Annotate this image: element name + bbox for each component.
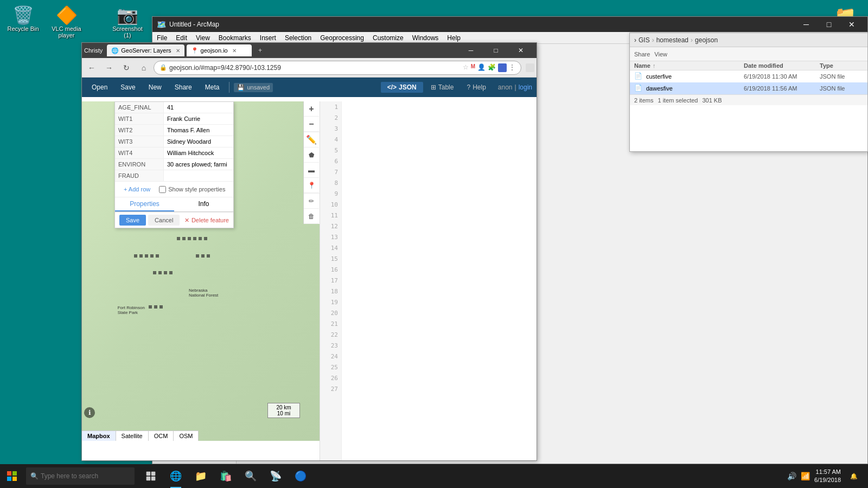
popup-val-wit2[interactable]: Thomas F. Allen (164, 125, 233, 136)
browser-tab-geoserver[interactable]: 🌐 GeoServer: Layers ✕ (107, 44, 184, 56)
show-style-checkbox[interactable] (159, 186, 166, 193)
popup-val-fraud[interactable] (164, 170, 233, 181)
fe-col-name-header[interactable]: Name ↑ (634, 62, 744, 69)
popup-val-wit4[interactable]: William Hitchcock (164, 147, 233, 158)
toolbar-new-btn[interactable]: New (143, 82, 167, 93)
fe-share-btn[interactable]: Share (634, 51, 650, 57)
menu-file[interactable]: File (152, 33, 171, 43)
zoom-out-btn[interactable]: − (304, 117, 319, 132)
browser-tab-geojson[interactable]: 📍 geojson.io ✕ (187, 44, 252, 56)
table-tab-btn[interactable]: ⊞ Table (425, 82, 459, 93)
arcmap-minimize-btn[interactable]: ─ (795, 17, 818, 32)
fe-path-homestead[interactable]: homestead (656, 36, 688, 44)
popup-cancel-btn[interactable]: Cancel (148, 215, 180, 226)
tile-osm-btn[interactable]: OSM (174, 431, 199, 441)
reload-btn[interactable]: ↻ (119, 60, 134, 75)
menu-insert[interactable]: Insert (256, 33, 280, 43)
delete-feature-tool[interactable]: 🗑 (304, 209, 319, 224)
browser-minimize-btn[interactable]: ─ (459, 43, 482, 58)
blue-icon[interactable] (498, 63, 507, 72)
place-marker-tool[interactable]: 📍 (304, 178, 319, 193)
home-btn[interactable]: ⌂ (136, 60, 151, 75)
popup-tab-info[interactable]: Info (174, 197, 233, 211)
taskbar-app-chrome[interactable]: 🌐 (164, 464, 188, 488)
taskbar-app-search-web[interactable]: 🔍 (239, 464, 263, 488)
taskbar-app-taskview[interactable] (139, 464, 163, 488)
draw-polygon-tool[interactable]: ⬟ (304, 147, 319, 163)
gmail-icon[interactable]: M (471, 63, 475, 72)
search-input[interactable] (41, 472, 122, 480)
arcmap-close-btn[interactable]: ✕ (840, 17, 863, 32)
popup-val-wit1[interactable]: Frank Currie (164, 113, 233, 124)
tile-satellite-btn[interactable]: Satellite (116, 431, 149, 441)
taskbar-app-filezilla[interactable]: 📡 (264, 464, 288, 488)
menu-customize[interactable]: Customize (368, 33, 408, 43)
add-row-btn[interactable]: + Add row (119, 184, 155, 195)
geoserver-tab-close[interactable]: ✕ (176, 48, 180, 54)
geojson-tab-close[interactable]: ✕ (232, 48, 237, 54)
popup-tab-properties[interactable]: Properties (115, 197, 174, 211)
map-area[interactable]: Oglala Fort RobinsonState Park NebraskaN… (82, 101, 320, 441)
tile-mapbox-btn[interactable]: Mapbox (82, 431, 116, 441)
fe-row-dawesfive[interactable]: 📄 dawesfive 6/19/2018 11:56 AM JSON file (630, 82, 867, 94)
map-info-btn[interactable]: ℹ (84, 407, 95, 418)
menu-help[interactable]: Help (443, 33, 465, 43)
taskbar-clock[interactable]: 11:57 AM 6/19/2018 (814, 468, 841, 485)
menu-selection[interactable]: Selection (280, 33, 316, 43)
json-tab-btn[interactable]: </> JSON (381, 82, 423, 93)
menu-geoprocessing[interactable]: Geoprocessing (316, 33, 368, 43)
json-content[interactable] (342, 101, 537, 460)
fe-path-gis[interactable]: GIS (639, 36, 650, 44)
notification-btn[interactable]: 🔔 (845, 467, 863, 485)
login-link[interactable]: login (519, 84, 532, 91)
address-bar[interactable]: 🔒 geojson.io/#map=9/42.8790/-103.1259 ☆ … (154, 61, 521, 75)
zoom-in-btn[interactable]: + (304, 101, 319, 117)
browser-close-btn[interactable]: ✕ (509, 43, 532, 58)
arcmap-maximize-btn[interactable]: □ (818, 17, 840, 32)
taskbar-app-browser2[interactable]: 🔵 (289, 464, 312, 488)
tile-ocm-btn[interactable]: OCM (149, 431, 174, 441)
fe-row-custerfive[interactable]: 📄 custerfive 6/19/2018 11:30 AM JSON fil… (630, 70, 867, 82)
taskbar-app-fileexplorer[interactable]: 📁 (189, 464, 213, 488)
toolbar-share-btn[interactable]: Share (169, 82, 197, 93)
popup-val-wit3[interactable]: Sidney Woodard (164, 136, 233, 147)
network-icon[interactable]: 📶 (801, 472, 810, 480)
scroll-up-btn[interactable] (526, 63, 534, 72)
taskbar-app-store[interactable]: 🛍️ (214, 464, 238, 488)
volume-icon[interactable]: 🔊 (787, 472, 796, 480)
profile-icon[interactable]: 👤 (477, 63, 486, 72)
map-cluster-group-1 (134, 254, 160, 258)
draw-line-tool[interactable]: ✏️ (304, 132, 319, 147)
bookmark-icon[interactable]: ☆ (463, 63, 469, 72)
desktop-icon-screenshot[interactable]: 📷 Screenshot (1) (106, 3, 149, 41)
browser-maximize-btn[interactable]: □ (484, 43, 507, 58)
taskbar-search[interactable]: 🔍 (26, 467, 135, 485)
start-btn[interactable] (0, 464, 24, 488)
toolbar-save-btn[interactable]: Save (115, 82, 141, 93)
popup-delete-btn[interactable]: ✕ Delete feature (184, 217, 229, 224)
back-btn[interactable]: ← (84, 60, 99, 75)
show-style-label[interactable]: Show style properties (159, 186, 225, 193)
popup-val-environ[interactable]: 30 acres plowed; farmi (164, 159, 233, 170)
popup-val-age[interactable]: 41 (164, 102, 233, 113)
menu-windows[interactable]: Windows (408, 33, 443, 43)
new-tab-btn[interactable]: + (254, 44, 267, 56)
fe-col-type-header[interactable]: Type (820, 62, 863, 69)
menu-edit[interactable]: Edit (171, 33, 192, 43)
menu-bookmarks[interactable]: Bookmarks (214, 33, 256, 43)
toolbar-meta-btn[interactable]: Meta (200, 82, 225, 93)
more-icon[interactable]: ⋮ (509, 63, 515, 72)
help-tab-btn[interactable]: ? Help (461, 82, 491, 93)
popup-save-btn[interactable]: Save (119, 215, 146, 226)
fe-path-geojson[interactable]: geojson (695, 36, 718, 44)
menu-view[interactable]: View (192, 33, 214, 43)
desktop-icon-vlc[interactable]: 🔶 VLC media player (46, 3, 87, 41)
draw-rect-tool[interactable]: ▬ (304, 163, 319, 178)
fe-view-btn[interactable]: View (654, 51, 667, 57)
toolbar-open-btn[interactable]: Open (86, 82, 113, 93)
forward-btn[interactable]: → (101, 60, 117, 75)
extension-icon[interactable]: 🧩 (488, 63, 496, 72)
fe-col-date-header[interactable]: Date modified (744, 62, 820, 69)
edit-feature-tool[interactable]: ✏ (304, 194, 319, 209)
desktop-icon-recycle-bin[interactable]: 🗑️ Recycle Bin (3, 3, 43, 34)
